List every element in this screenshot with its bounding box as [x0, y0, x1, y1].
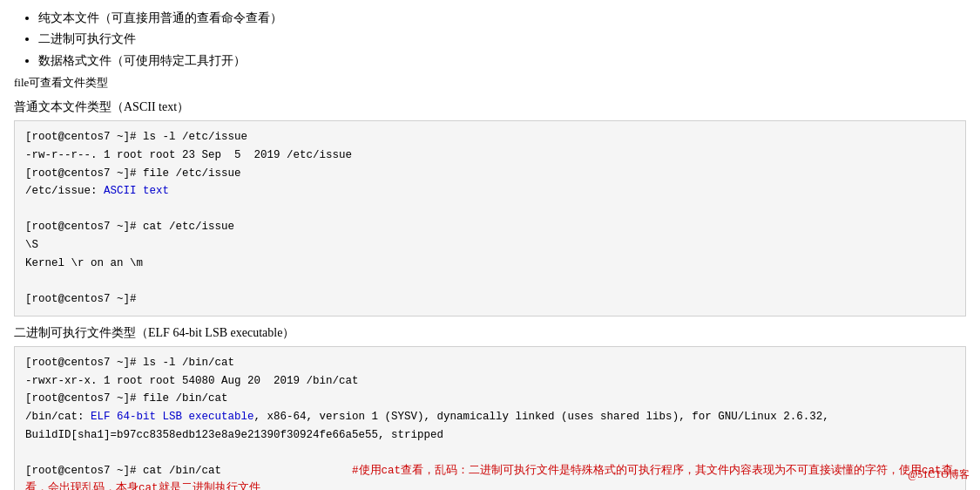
elf-line-5: BuildID[sha1]=b97cc8358edb123e8a9e21390f… [25, 429, 443, 441]
file-label: file可查看文件类型 [14, 74, 966, 92]
elf-section-title: 二进制可执行文件类型（ELF 64-bit LSB executable） [14, 323, 966, 343]
elf-line-2: -rwxr-xr-x. 1 root root 54080 Aug 20 201… [25, 375, 359, 387]
bullet-3: 数据格式文件（可使用特定工具打开） [38, 51, 966, 71]
elf-line-4-suffix: , x86-64, version 1 (SYSV), dynamically … [254, 411, 829, 423]
elf-line-3: [root@centos7 ~]# file /bin/cat [25, 392, 228, 405]
bullet-2: 二进制可执行文件 [38, 30, 966, 49]
intro-bullets: 纯文本文件（可直接用普通的查看命令查看） 二进制可执行文件 数据格式文件（可使用… [14, 9, 966, 71]
elf-terminal: [root@centos7 ~]# ls -l /bin/cat -rwxr-x… [14, 346, 966, 490]
elf-line-4-prefix: /bin/cat: [25, 411, 91, 423]
ascii-line-3: [root@centos7 ~]# file /etc/issue [25, 167, 241, 180]
bullet-1: 纯文本文件（可直接用普通的查看命令查看） [38, 9, 966, 28]
ascii-line-6: [root@centos7 ~]# cat /etc/issue [25, 221, 234, 233]
ascii-line-7: \S [25, 239, 38, 251]
ascii-line-1: [root@centos7 ~]# ls -l /etc/issue [25, 131, 247, 143]
ascii-line-8: Kernel \r on an \m [25, 257, 143, 269]
ascii-line-4-colored: ASCII text [104, 185, 169, 197]
elf-line-4-colored: ELF 64-bit LSB executable [91, 411, 254, 423]
watermark: @51CTO博客 [908, 466, 970, 483]
ascii-terminal: [root@centos7 ~]# ls -l /etc/issue -rw-r… [14, 120, 966, 316]
ascii-line-4-prefix: /etc/issue: [25, 185, 104, 197]
ascii-line-2: -rw-r--r--. 1 root root 23 Sep 5 2019 /e… [25, 149, 352, 161]
elf-line-7-prefix: [root@centos7 ~]# cat /bin/cat [25, 465, 221, 477]
ascii-section-title: 普通文本文件类型（ASCII text） [14, 98, 966, 117]
ascii-line-10: [root@centos7 ~]# [25, 293, 137, 305]
elf-line-1: [root@centos7 ~]# ls -l /bin/cat [25, 357, 234, 369]
